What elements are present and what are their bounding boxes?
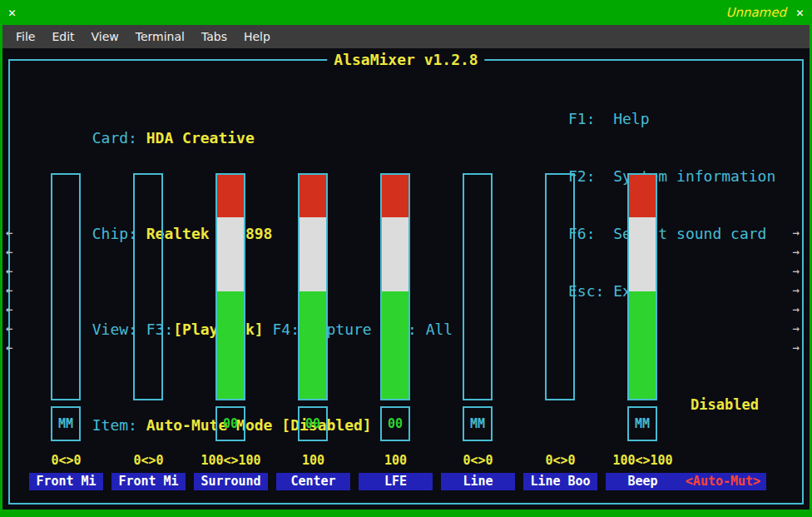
card-row: Card: HDA Creative	[20, 109, 453, 167]
channel-label[interactable]: Beep	[606, 473, 680, 490]
scroll-right-icon: →	[793, 322, 800, 334]
scroll-left-icon: ←	[6, 322, 12, 334]
bar-segment-red	[300, 175, 326, 217]
channel-value: 0<>0	[437, 453, 519, 468]
channel-label[interactable]: Center	[276, 473, 350, 490]
volume-bar[interactable]	[627, 173, 657, 400]
channel-value: 0<>0	[107, 453, 190, 468]
channel-value: 0<>0	[519, 453, 602, 468]
bar-segment-green	[217, 291, 244, 399]
menu-item-tabs[interactable]: Tabs	[193, 28, 235, 45]
scroll-left-icon: ←	[6, 341, 12, 353]
terminal-window: ✕ Unnamed ✕ FileEditViewTerminalTabsHelp…	[0, 0, 812, 517]
channel-value: 100	[272, 453, 354, 468]
channel-label[interactable]: Front Mi	[111, 473, 186, 490]
scroll-right-icon: →	[793, 303, 800, 315]
channel-value: 100<>100	[602, 453, 684, 468]
menu-item-help[interactable]: Help	[235, 28, 279, 45]
scroll-right-icon: →	[793, 284, 800, 296]
channel-line[interactable]: MM0<>0Line	[437, 173, 519, 491]
bar-segment-green	[300, 291, 326, 399]
scroll-left-icon: ←	[6, 303, 12, 315]
help-f1: F1: Help	[568, 109, 775, 128]
scroll-right-icon: →	[793, 265, 800, 276]
scroll-left-icon: ←	[6, 246, 12, 257]
scroll-left-icon: ←	[6, 226, 12, 238]
selected-item-label[interactable]: <Auto-Mut>	[680, 473, 766, 490]
alsamixer-title: AlsaMixer v1.2.8	[327, 51, 484, 68]
channel-center[interactable]: 00100Center	[272, 173, 354, 491]
bar-segment-green	[382, 291, 408, 399]
channel-label[interactable]: Line Boo	[523, 473, 597, 490]
menu-item-edit[interactable]: Edit	[43, 28, 82, 45]
mute-switch[interactable]: 00	[298, 406, 328, 441]
menu-item-file[interactable]: File	[7, 28, 43, 45]
channel-label[interactable]: Surround	[194, 473, 268, 490]
bar-segment-white	[300, 217, 326, 291]
volume-bar[interactable]	[380, 173, 410, 400]
menu-item-view[interactable]: View	[83, 28, 127, 45]
volume-bar[interactable]	[545, 173, 575, 400]
channel-front-mi[interactable]: 0<>0Front Mi	[107, 173, 190, 491]
volume-bar[interactable]	[463, 173, 493, 400]
volume-bar[interactable]	[51, 173, 81, 400]
volume-bar[interactable]	[133, 173, 163, 400]
channel-beep[interactable]: MM100<>100Beep	[602, 173, 684, 491]
scroll-left-icon: ←	[6, 284, 12, 296]
scroll-right-icon: →	[793, 246, 800, 257]
channel-label[interactable]: LFE	[359, 473, 433, 490]
window-title: Unnamed	[725, 5, 786, 20]
bar-segment-white	[629, 217, 656, 291]
channel-line-boo[interactable]: 0<>0Line Boo	[519, 173, 602, 491]
scroll-left-icon: ←	[6, 265, 12, 276]
channel-value: 100<>100	[190, 453, 272, 468]
window-titlebar[interactable]: ✕ Unnamed ✕	[0, 0, 812, 25]
channel-value: 0<>0	[25, 453, 107, 468]
bar-segment-green	[629, 291, 656, 399]
menu-bar: FileEditViewTerminalTabsHelp	[2, 25, 810, 48]
bar-segment-white	[382, 217, 408, 291]
volume-bar[interactable]	[215, 173, 245, 400]
channel-lfe[interactable]: 00100LFE	[354, 173, 437, 491]
bar-segment-red	[629, 175, 656, 217]
terminal-screen[interactable]: AlsaMixer v1.2.8 Card: HDA Creative Chip…	[2, 48, 810, 510]
channel-label[interactable]: Line	[441, 473, 515, 490]
mute-switch[interactable]: 00	[215, 406, 245, 441]
card-label: Card:	[92, 129, 146, 147]
channel-front-mi[interactable]: MM0<>0Front Mi	[25, 173, 107, 491]
volume-bar[interactable]	[298, 173, 328, 400]
selected-item-value: Disabled	[681, 396, 768, 413]
close-icon[interactable]: ✕	[8, 0, 16, 25]
mute-switch[interactable]: 00	[380, 406, 410, 441]
close-icon[interactable]: ✕	[796, 0, 804, 25]
channel-value: 100	[354, 453, 437, 468]
bar-segment-red	[382, 175, 408, 217]
channel-label[interactable]: Front Mi	[29, 473, 103, 490]
channel-surround[interactable]: 00100<>100Surround	[190, 173, 272, 491]
bar-segment-red	[217, 175, 244, 217]
menu-item-terminal[interactable]: Terminal	[127, 28, 193, 45]
card-value: HDA Creative	[146, 129, 255, 147]
scroll-right-icon: →	[793, 226, 800, 238]
mute-switch[interactable]: MM	[463, 406, 493, 441]
mute-switch[interactable]: MM	[51, 406, 81, 441]
scroll-right-icon: →	[793, 341, 800, 353]
mute-switch[interactable]: MM	[627, 406, 657, 441]
bar-segment-white	[217, 217, 244, 291]
